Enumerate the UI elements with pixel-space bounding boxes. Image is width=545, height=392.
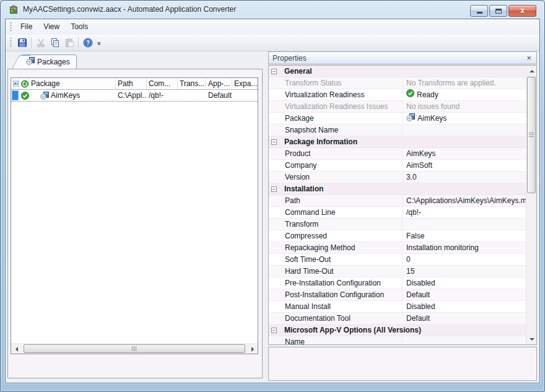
package-icon <box>26 56 35 65</box>
scissors-icon <box>36 38 46 48</box>
property-value: AimKeys <box>403 148 526 159</box>
toolbar-overflow-button[interactable] <box>95 36 102 50</box>
property-row-snapshot-name[interactable]: Snapshot Name <box>269 124 526 136</box>
property-row-virtualization-readiness-issues[interactable]: Virtualization Readiness IssuesNo issues… <box>269 101 526 113</box>
minimize-button[interactable] <box>470 5 488 17</box>
column-header-app[interactable]: App-... <box>206 78 232 89</box>
menu-item-file[interactable]: File <box>15 20 38 33</box>
ready-check-icon <box>406 89 414 97</box>
copy-button[interactable] <box>48 36 62 50</box>
save-button[interactable] <box>15 36 29 50</box>
property-value: Disabled <box>403 277 526 289</box>
section-label: General <box>284 67 312 76</box>
property-value: Default <box>403 313 526 324</box>
property-value: Ready <box>403 89 526 100</box>
collapse-icon[interactable]: − <box>271 139 277 145</box>
cut-button <box>33 36 48 50</box>
property-value: 0 <box>403 254 526 265</box>
client-area: FileViewTools ? Packages APackagePathCom… <box>5 19 540 383</box>
column-header-icon0[interactable]: A <box>11 78 19 89</box>
section-header-microsoft-app-v-options-all-versions-[interactable]: −Microsoft App-V Options (All Versions) <box>269 324 526 336</box>
table-row[interactable]: AimKeysC:\Appl.../qb!-Default <box>11 90 258 102</box>
property-name: Documentation Tool <box>269 313 403 324</box>
property-row-package[interactable]: PackageAimKeys <box>269 113 526 124</box>
vertical-scrollbar[interactable] <box>526 66 536 344</box>
collapse-icon[interactable]: − <box>271 186 277 192</box>
scrollbar-track[interactable] <box>22 344 247 354</box>
column-header-package[interactable]: Package <box>29 78 116 89</box>
column-header-path[interactable]: Path <box>116 78 147 89</box>
maximize-button[interactable] <box>489 5 507 17</box>
property-row-company[interactable]: CompanyAimSoft <box>269 160 526 172</box>
section-header-installation[interactable]: −Installation <box>269 183 526 195</box>
property-row-command-line[interactable]: Command Line/qb!- <box>269 207 526 219</box>
column-header-icon1[interactable] <box>19 78 29 89</box>
close-icon: x <box>509 6 536 15</box>
property-row-name[interactable]: Name <box>269 336 526 344</box>
close-button[interactable]: x <box>508 5 536 17</box>
section-label: Installation <box>284 185 323 193</box>
horizontal-scrollbar[interactable] <box>11 343 258 354</box>
scroll-right-button[interactable] <box>247 344 258 354</box>
column-header-com[interactable]: Com... <box>147 78 178 89</box>
property-value: False <box>403 230 526 242</box>
property-row-version[interactable]: Version3.0 <box>269 172 526 183</box>
menubar: FileViewTools <box>6 19 539 35</box>
section-header-package-information[interactable]: −Package Information <box>269 136 526 148</box>
property-value: Disabled <box>403 301 526 312</box>
package-icon <box>406 113 415 121</box>
property-row-soft-time-out[interactable]: Soft Time-Out0 <box>269 254 526 266</box>
scroll-left-button[interactable] <box>11 344 22 354</box>
minimize-icon <box>477 12 482 14</box>
menubar-grip-icon <box>10 22 12 32</box>
property-row-pre-installation-configuration[interactable]: Pre-Installation ConfigurationDisabled <box>269 277 526 289</box>
selection-indicator <box>12 90 19 100</box>
property-row-virtualization-readiness[interactable]: Virtualization ReadinessReady <box>269 89 526 101</box>
property-value: AimSoft <box>403 160 526 171</box>
property-row-product[interactable]: ProductAimKeys <box>269 148 526 160</box>
close-icon[interactable]: × <box>525 54 533 62</box>
property-row-hard-time-out[interactable]: Hard Time-Out15 <box>269 266 526 277</box>
property-name: Pre-Installation Configuration <box>269 277 403 289</box>
properties-header: Properties × <box>268 51 537 64</box>
property-row-path[interactable]: PathC:\Applications\AimKeys\AimKeys.msi <box>269 195 526 207</box>
property-value: AimKeys <box>403 113 526 124</box>
scroll-down-button[interactable] <box>526 334 537 344</box>
property-row-repackaging-method[interactable]: Repackaging MethodInstallation monitorin… <box>269 242 526 254</box>
collapse-icon[interactable]: − <box>271 328 277 333</box>
tab-packages[interactable]: Packages <box>22 54 77 69</box>
toolbar: ? <box>6 35 539 51</box>
property-name: Product <box>269 148 403 159</box>
property-row-transform-status[interactable]: Transform StatusNo Transforms are applie… <box>269 77 526 89</box>
scroll-up-button[interactable] <box>526 66 537 76</box>
menu-item-view[interactable]: View <box>38 20 65 33</box>
tab-label: Packages <box>37 58 70 66</box>
property-row-documentation-tool[interactable]: Documentation ToolDefault <box>269 313 526 324</box>
property-row-manual-install[interactable]: Manual InstallDisabled <box>269 301 526 313</box>
property-row-post-installation-configuration[interactable]: Post-Installation ConfigurationDefault <box>269 289 526 301</box>
property-row-transform[interactable]: Transform <box>269 219 526 230</box>
menu-item-tools[interactable]: Tools <box>65 20 94 33</box>
scrollbar-thumb[interactable] <box>24 344 245 353</box>
paste-button <box>62 36 76 50</box>
arrow-right-icon <box>251 347 254 352</box>
packages-tab-page: APackagePathCom...Trans...App-...Expa...… <box>7 69 263 378</box>
help-button[interactable]: ? <box>81 36 95 50</box>
property-row-compressed[interactable]: CompressedFalse <box>269 230 526 242</box>
column-header-trans[interactable]: Trans... <box>178 78 206 89</box>
appv-cell: Default <box>208 91 232 100</box>
paste-icon <box>64 38 74 48</box>
titlebar[interactable]: MyAACSettings.convwiz.aacx - Automated A… <box>1 1 544 19</box>
readiness-column-icon: A <box>13 80 19 87</box>
collapse-icon[interactable]: − <box>271 69 277 74</box>
property-value: Installation monitoring <box>403 242 526 253</box>
command-cell: /qb!- <box>149 91 164 100</box>
arrow-up-icon <box>530 70 534 72</box>
status-column-icon <box>21 80 28 88</box>
scrollbar-thumb[interactable] <box>527 77 536 193</box>
property-value: No Transforms are applied. <box>403 77 526 89</box>
section-header-general[interactable]: −General <box>269 66 526 77</box>
property-value <box>403 124 526 136</box>
property-name: Soft Time-Out <box>269 254 403 265</box>
column-header-expa[interactable]: Expa... <box>232 78 258 89</box>
